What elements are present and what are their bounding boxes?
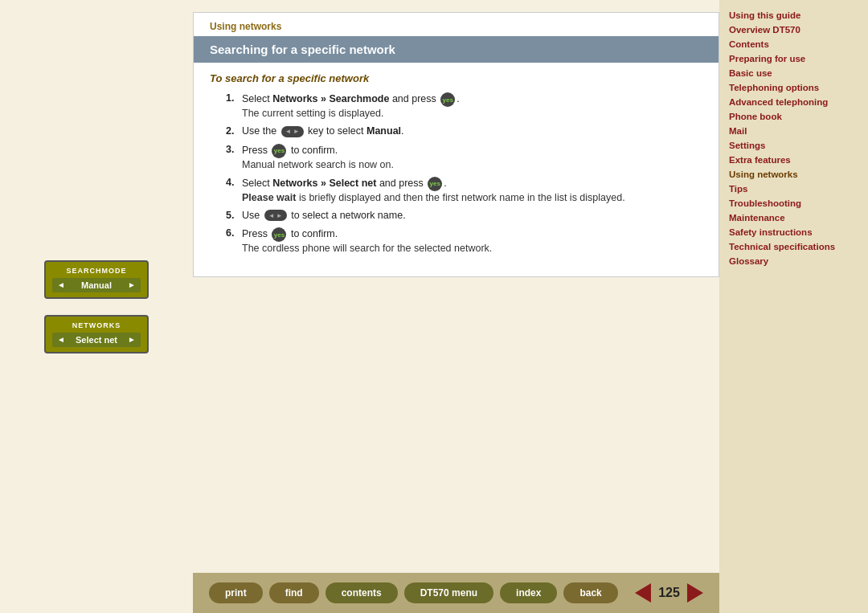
searchmode-display: SEARCHMODE ◄ Manual ► — [44, 260, 149, 299]
networks-row: ◄ Select net ► — [52, 333, 141, 347]
step-4: Select Networks » Select net and press y… — [226, 177, 702, 203]
contents-button[interactable]: contents — [326, 582, 398, 603]
left-sidebar: SEARCHMODE ◄ Manual ► NETWORKS ◄ Select … — [0, 0, 193, 613]
sidebar-item-troubleshooting[interactable]: Troubleshooting — [729, 196, 858, 210]
searchmode-row: ◄ Manual ► — [52, 278, 141, 292]
steps-list: Select Networks » Searchmode and press y… — [226, 92, 702, 254]
networks-value: Select net — [76, 335, 117, 345]
sidebar-item-maintenance[interactable]: Maintenance — [729, 210, 858, 225]
sidebar-item-technical-specifications[interactable]: Technical specifications — [729, 239, 858, 254]
step-3-sub: Manual network search is now on. — [242, 159, 702, 170]
bottom-toolbar: print find contents DT570 menu index bac… — [193, 573, 719, 613]
nav-btn-5: ◄ ► — [264, 210, 287, 221]
step-4-sub: Please wait is briefly displayed and the… — [242, 192, 702, 203]
sidebar-item-telephoning-options[interactable]: Telephoning options — [729, 80, 858, 95]
sidebar-item-contents[interactable]: Contents — [729, 37, 858, 51]
page-title: Searching for a specific network — [194, 36, 719, 63]
searchmode-value: Manual — [81, 280, 112, 290]
toolbar-left: print find contents DT570 menu index bac… — [209, 582, 618, 603]
step-3: Press yes to confirm. Manual network sea… — [226, 144, 702, 170]
nav-btn-2: ◄ ► — [281, 126, 304, 137]
right-sidebar: Using this guideOverview DT570ContentsPr… — [719, 0, 868, 613]
print-button[interactable]: print — [209, 582, 263, 603]
page-navigation: 125 — [635, 583, 703, 603]
prev-page-button[interactable] — [635, 583, 651, 603]
sidebar-item-phone-book[interactable]: Phone book — [729, 109, 858, 124]
step-6: Press yes to confirm. The cordless phone… — [226, 227, 702, 254]
sidebar-item-settings[interactable]: Settings — [729, 138, 858, 153]
sidebar-nav: Using this guideOverview DT570ContentsPr… — [729, 8, 858, 268]
sidebar-item-mail[interactable]: Mail — [729, 124, 858, 138]
find-button[interactable]: find — [269, 582, 319, 603]
next-page-button[interactable] — [687, 583, 703, 603]
sidebar-item-basic-use[interactable]: Basic use — [729, 66, 858, 80]
page-number: 125 — [655, 586, 683, 600]
right-arrow-icon: ► — [128, 280, 136, 289]
yes-btn-6: yes — [272, 227, 286, 242]
section-label: Using networks — [194, 13, 719, 36]
sidebar-item-safety-instructions[interactable]: Safety instructions — [729, 225, 858, 239]
networks-display: NETWORKS ◄ Select net ► — [44, 315, 149, 353]
sidebar-item-using-networks[interactable]: Using networks — [729, 167, 858, 182]
left-arrow-icon: ◄ — [57, 280, 65, 289]
sidebar-item-extra-features[interactable]: Extra features — [729, 153, 858, 167]
step-6-sub: The cordless phone will search for the s… — [242, 243, 702, 254]
sidebar-item-glossary[interactable]: Glossary — [729, 254, 858, 268]
step-2: Use the ◄ ► key to select Manual. — [226, 125, 702, 137]
sidebar-item-overview-dt570[interactable]: Overview DT570 — [729, 22, 858, 37]
step-5: Use ◄ ► to select a network name. — [226, 210, 702, 222]
sidebar-item-using-this-guide[interactable]: Using this guide — [729, 8, 858, 22]
main-container: SEARCHMODE ◄ Manual ► NETWORKS ◄ Select … — [0, 0, 868, 613]
menu-button[interactable]: DT570 menu — [404, 582, 493, 603]
content-area: Using networks Searching for a specific … — [193, 12, 719, 277]
yes-btn-1: yes — [440, 92, 455, 107]
instructions: Select Networks » Searchmode and press y… — [194, 92, 719, 276]
networks-title: NETWORKS — [52, 321, 141, 329]
back-button[interactable]: back — [563, 582, 617, 603]
index-button[interactable]: index — [500, 582, 557, 603]
yes-btn-4: yes — [428, 177, 442, 191]
sidebar-item-preparing-for-use[interactable]: Preparing for use — [729, 51, 858, 66]
right-arrow-icon-2: ► — [128, 335, 136, 344]
left-arrow-icon-2: ◄ — [57, 335, 65, 344]
sidebar-item-advanced-telephoning[interactable]: Advanced telephoning — [729, 95, 858, 109]
toolbar-right: 125 — [635, 583, 703, 603]
subtitle: To search for a specific network — [194, 72, 719, 92]
yes-btn-3: yes — [272, 144, 286, 158]
step-1: Select Networks » Searchmode and press y… — [226, 92, 702, 119]
step-1-sub: The current setting is displayed. — [242, 108, 702, 119]
sidebar-item-tips[interactable]: Tips — [729, 182, 858, 196]
searchmode-title: SEARCHMODE — [52, 267, 141, 275]
